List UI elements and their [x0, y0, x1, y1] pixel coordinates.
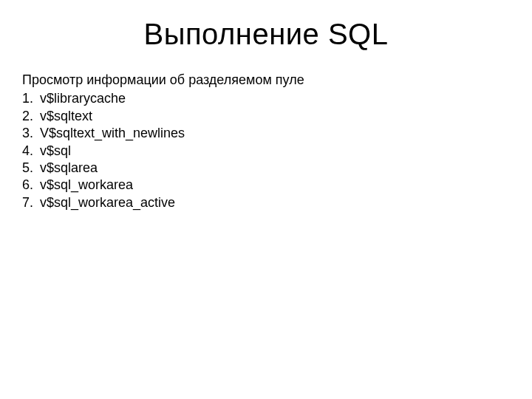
list-number: 3.: [22, 125, 40, 142]
list-text: V$sqltext_with_newlines: [40, 125, 510, 142]
list-text: v$librarycache: [40, 90, 510, 107]
slide-title: Выполнение SQL: [22, 18, 510, 51]
list-item: 1. v$librarycache: [22, 90, 510, 107]
list-item: 5. v$sqlarea: [22, 160, 510, 177]
list-number: 6.: [22, 177, 40, 194]
list-item: 2. v$sqltext: [22, 108, 510, 125]
view-list: 1. v$librarycache 2. v$sqltext 3. V$sqlt…: [22, 90, 510, 211]
list-number: 5.: [22, 160, 40, 177]
list-text: v$sql_workarea: [40, 177, 510, 194]
list-item: 3. V$sqltext_with_newlines: [22, 125, 510, 142]
list-number: 1.: [22, 90, 40, 107]
list-number: 4.: [22, 143, 40, 160]
intro-text: Просмотр информации об разделяемом пуле: [22, 72, 510, 89]
list-text: v$sqlarea: [40, 160, 510, 177]
list-item: 4. v$sql: [22, 143, 510, 160]
slide: Выполнение SQL Просмотр информации об ра…: [0, 0, 532, 399]
list-text: v$sql_workarea_active: [40, 194, 510, 211]
list-number: 7.: [22, 194, 40, 211]
list-text: v$sqltext: [40, 108, 510, 125]
list-item: 7. v$sql_workarea_active: [22, 194, 510, 211]
list-number: 2.: [22, 108, 40, 125]
list-item: 6. v$sql_workarea: [22, 177, 510, 194]
list-text: v$sql: [40, 143, 510, 160]
